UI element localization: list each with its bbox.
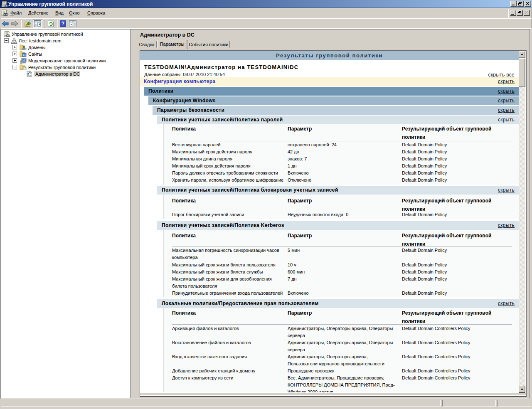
svg-text:?: ?: [62, 21, 64, 27]
